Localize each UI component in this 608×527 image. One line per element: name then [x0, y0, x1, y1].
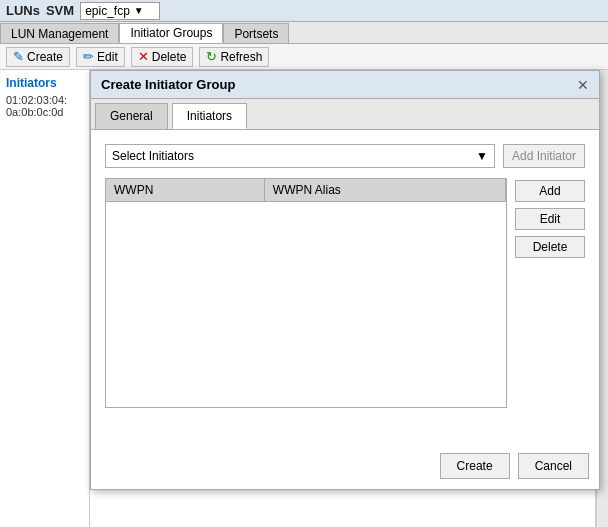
- refresh-icon: ↻: [206, 49, 217, 64]
- delete-action-button[interactable]: Delete: [515, 236, 585, 258]
- create-button[interactable]: ✎ Create: [6, 47, 70, 67]
- col-wwpn-alias: WWPN Alias: [264, 179, 505, 202]
- create-icon: ✎: [13, 49, 24, 64]
- tab-portsets[interactable]: Portsets: [223, 23, 289, 43]
- svm-dropdown-value: epic_fcp: [85, 4, 130, 18]
- modal-tab-initiators[interactable]: Initiators: [172, 103, 247, 129]
- delete-icon: ✕: [138, 49, 149, 64]
- sidebar-value: 01:02:03:04:0a:0b:0c:0d: [6, 94, 83, 118]
- svm-dropdown[interactable]: epic_fcp ▼: [80, 2, 160, 20]
- refresh-button[interactable]: ↻ Refresh: [199, 47, 269, 67]
- modal-title: Create Initiator Group: [101, 77, 235, 92]
- dropdown-arrow-icon: ▼: [476, 149, 488, 163]
- sidebar-title: Initiators: [6, 76, 83, 90]
- initiator-action-buttons: Add Edit Delete: [515, 178, 585, 408]
- col-wwpn: WWPN: [106, 179, 264, 202]
- edit-label: Edit: [97, 50, 118, 64]
- tab-lun-management[interactable]: LUN Management: [0, 23, 119, 43]
- modal-cancel-button[interactable]: Cancel: [518, 453, 589, 479]
- edit-icon: ✏: [83, 49, 94, 64]
- create-initiator-group-modal: Create Initiator Group ✕ General Initiat…: [90, 70, 600, 490]
- edit-action-button[interactable]: Edit: [515, 208, 585, 230]
- modal-title-bar: Create Initiator Group ✕: [91, 71, 599, 99]
- add-initiator-button[interactable]: Add Initiator: [503, 144, 585, 168]
- svm-dropdown-arrow: ▼: [134, 5, 144, 16]
- select-placeholder: Select Initiators: [112, 149, 194, 163]
- svm-label: SVM: [46, 3, 74, 18]
- initiator-area: WWPN WWPN Alias Add Edit Delete: [105, 178, 585, 408]
- select-initiators-dropdown[interactable]: Select Initiators ▼: [105, 144, 495, 168]
- top-bar: LUNs SVM epic_fcp ▼: [0, 0, 608, 22]
- modal-content: Select Initiators ▼ Add Initiator WWPN W…: [91, 130, 599, 422]
- delete-button[interactable]: ✕ Delete: [131, 47, 194, 67]
- initiator-table-wrapper: WWPN WWPN Alias: [105, 178, 507, 408]
- toolbar: ✎ Create ✏ Edit ✕ Delete ↻ Refresh: [0, 44, 608, 70]
- modal-create-button[interactable]: Create: [440, 453, 510, 479]
- create-label: Create: [27, 50, 63, 64]
- edit-button[interactable]: ✏ Edit: [76, 47, 125, 67]
- refresh-label: Refresh: [220, 50, 262, 64]
- modal-tab-general[interactable]: General: [95, 103, 168, 129]
- modal-tabs: General Initiators: [91, 99, 599, 130]
- tab-initiator-groups[interactable]: Initiator Groups: [119, 23, 223, 43]
- select-row: Select Initiators ▼ Add Initiator: [105, 144, 585, 168]
- add-button[interactable]: Add: [515, 180, 585, 202]
- luns-label: LUNs: [6, 3, 40, 18]
- sidebar: Initiators 01:02:03:04:0a:0b:0c:0d: [0, 70, 90, 527]
- delete-label: Delete: [152, 50, 187, 64]
- modal-footer: Create Cancel: [440, 453, 589, 479]
- initiator-table: WWPN WWPN Alias: [106, 179, 506, 202]
- modal-close-button[interactable]: ✕: [577, 78, 589, 92]
- tab-bar: LUN Management Initiator Groups Portsets: [0, 22, 608, 44]
